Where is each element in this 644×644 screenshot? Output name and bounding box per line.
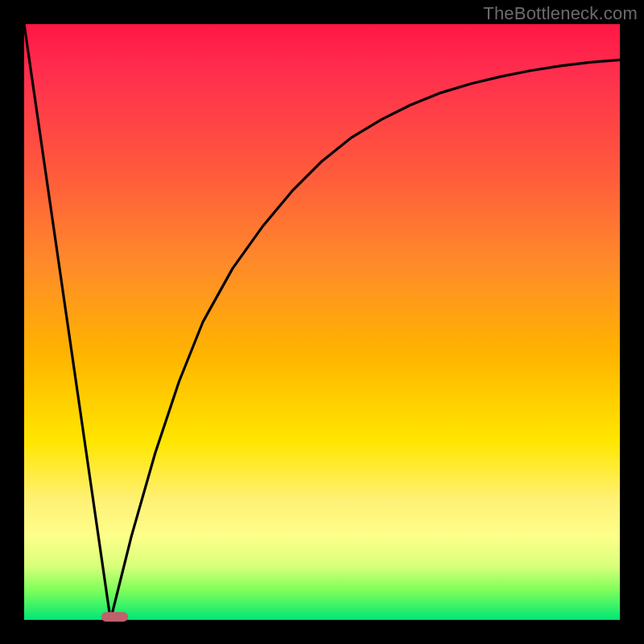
bottom-indicator	[101, 612, 128, 621]
marker-layer	[101, 612, 128, 621]
bottleneck-curve	[24, 24, 620, 620]
chart-frame: TheBottleneck.com	[0, 0, 644, 644]
chart-overlay	[0, 0, 644, 644]
watermark-text: TheBottleneck.com	[483, 3, 638, 24]
curve-layer	[24, 24, 620, 620]
